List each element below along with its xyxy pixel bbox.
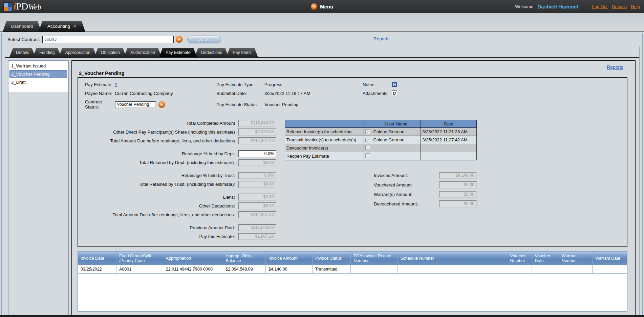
amount-label-retainage-held-by-dept: Retainage % held by Dept:: [182, 151, 235, 156]
invoice-col-voucher-date: Voucher Date: [532, 252, 559, 265]
subtab-funding[interactable]: Funding: [33, 48, 61, 57]
reports-link-top[interactable]: Reports: [373, 36, 389, 41]
amount-field-other-direct-pay-partici: $2,332.80: [238, 128, 276, 136]
contract-input[interactable]: [42, 36, 174, 43]
tab-accounting[interactable]: Accounting ✕: [39, 21, 85, 32]
amount-field-retainage-held-by-dept[interactable]: 0.0%: [238, 150, 276, 157]
tab-dashboard-label[interactable]: Dashboard: [11, 24, 33, 29]
workspace-tabstrip: Dashboard Accounting ✕: [0, 13, 644, 32]
status-header-checkbox: [364, 120, 372, 128]
subtab-obligation[interactable]: Obligation: [94, 48, 126, 57]
amount-label-retainage-held-by-trus: Retainage % held by Trust:: [181, 173, 235, 178]
menu-button[interactable]: Menu: [311, 0, 333, 13]
status-date: [421, 144, 477, 152]
invoice-cell: [559, 265, 592, 273]
status-checkbox[interactable]: [365, 145, 370, 150]
subtab-pay-items[interactable]: Pay Items: [226, 48, 258, 57]
invoice-col-warrant-number: Warrant Number: [559, 252, 592, 265]
invoice-cell: [592, 265, 627, 273]
amount-field-previous-amount-paid: $112,500.00: [238, 224, 276, 231]
pay-estimate-type-value: Progress: [264, 82, 363, 87]
subtab-authorization[interactable]: Authorization: [124, 48, 162, 57]
amount-row: Other Direct Pay Participant(s) Share (i…: [81, 128, 276, 136]
contract-status-dropdown-icon[interactable]: [158, 101, 165, 108]
logo-i: i: [14, 2, 16, 11]
sidebar-item-2-voucher-pending[interactable]: 2_Voucher Pending: [9, 70, 67, 78]
invoice-cell: [532, 265, 559, 273]
notes-icon[interactable]: N: [392, 82, 397, 87]
attachments-label: Attachments:: [363, 91, 392, 96]
invoice-col-invoice-status: Invoice Status: [312, 252, 351, 265]
invoice-row: 03/25/2022A000122 011 49442 7900 0000$2,…: [78, 265, 627, 273]
amounts-area: Total Completed Amount$116,640.00Other D…: [81, 120, 622, 242]
invoice-header-row: Invoice DateFund Group/Split /Priority C…: [78, 252, 627, 265]
status-date: 3/25/2022 11:27:42 AM: [421, 136, 477, 144]
close-tab-icon[interactable]: ✕: [73, 24, 77, 29]
menu-label[interactable]: Menu: [320, 4, 333, 9]
contract-dropdown-icon[interactable]: [176, 36, 183, 43]
amount-label-vouchered-amount: Vouchered Amount:: [374, 182, 439, 187]
invoice-col-invoice-amount: Invoice Amount: [266, 252, 313, 265]
invoice-col-appropriation: Appropriation: [163, 252, 223, 265]
status-table-body: Release Invoice(s) for scheduling✓Colene…: [285, 128, 477, 160]
invoice-col-voucher-number: Voucher Number: [507, 252, 532, 265]
pay-estimate-fields-box: Pay Estimate: 2 Pay Estimate Type: Progr…: [78, 77, 627, 247]
options-link[interactable]: Options: [611, 4, 627, 9]
status-action-reopen-pay-estimate: Reopen Pay Estimate: [285, 152, 364, 160]
amount-row: Vouchered Amount:$0.00: [285, 181, 477, 189]
invoice-table: Invoice DateFund Group/Split /Priority C…: [78, 252, 627, 274]
tab-dashboard[interactable]: Dashboard: [3, 21, 41, 32]
amount-row: Other Deductions:$0.00: [81, 202, 276, 210]
amount-row: Retainage % held by Trust:0.0%: [81, 172, 276, 179]
pay-estimate-label: Pay Estimate:: [85, 82, 115, 87]
amount-label-other-direct-pay-partici: Other Direct Pay Participant(s) Share (i…: [113, 130, 235, 135]
attachments-icon[interactable]: D: [392, 91, 397, 96]
amount-label-warrant-s-amount: Warrant(s) Amount:: [374, 192, 439, 197]
accounting-panel: DetailsFundingAppropriationObligationAut…: [5, 46, 639, 317]
pay-estimate-sidebar: 1_Warrant Issued2_Voucher Pending3_Draft: [8, 60, 68, 317]
status-header-blank: [285, 120, 364, 128]
tab-accounting-label[interactable]: Accounting: [47, 24, 70, 29]
contract-status-input[interactable]: [115, 101, 156, 108]
amount-field-warrant-s-amount: $0.00: [439, 191, 477, 198]
app-logo-text: iPDWeb: [14, 2, 41, 11]
sidebar-item-1-warrant-issued[interactable]: 1_Warrant Issued: [9, 62, 67, 70]
status-checkbox[interactable]: ✓: [365, 138, 370, 142]
status-checkbox[interactable]: [365, 153, 370, 158]
top-bar: iPDWeb Menu Welcome Dashiell Hammet Log …: [0, 0, 644, 13]
contract-bar: Select Contract: Save Reports: [2, 33, 642, 45]
page-panel: Select Contract: Save Reports DetailsFun…: [1, 33, 643, 317]
subtab-deductions[interactable]: Deductions: [195, 48, 229, 57]
page-title: 2_Voucher Pending: [79, 71, 627, 76]
amount-field-total-retained-by-dept: $0.00: [238, 159, 276, 166]
sidebar-item-3-draft[interactable]: 3_Draft: [9, 78, 67, 86]
logo-pd: PD: [16, 2, 28, 11]
amount-field-total-amount-due-after-r: $114,307.20: [238, 211, 276, 218]
invoice-cell: Transmitted: [312, 265, 351, 273]
status-row: Devoucher Invoice(s): [285, 144, 477, 152]
status-table: User Name Date Release Invoice(s) for sc…: [285, 120, 477, 160]
status-checkbox[interactable]: ✓: [365, 130, 370, 134]
amount-field-total-retained-by-trust: $0.00: [238, 181, 276, 188]
invoice-col-warrant-date: Warrant Date: [592, 252, 627, 265]
amount-label-other-deductions: Other Deductions:: [199, 203, 235, 209]
menu-chevron-icon[interactable]: [311, 3, 317, 10]
subtab-appropriation[interactable]: Appropriation: [59, 48, 96, 57]
amount-field-liens: $0.00: [238, 194, 276, 201]
status-action-devoucher-invoice-s: Devoucher Invoice(s): [285, 144, 364, 152]
status-action-release-invoice-s-for-scheduling: Release Invoice(s) for scheduling: [285, 128, 364, 136]
amount-row: Total Amount Due after retainage, liens,…: [81, 211, 276, 218]
payee-name-value: Curran Contracting Company: [115, 91, 216, 96]
subtab-details[interactable]: Details: [9, 48, 35, 57]
status-row: Reopen Pay Estimate: [285, 152, 477, 160]
log-out-link[interactable]: Log Out: [592, 4, 607, 9]
help-link[interactable]: Help: [631, 4, 640, 9]
save-button[interactable]: Save: [187, 36, 221, 43]
invoice-cell: 03/25/2022: [78, 265, 116, 273]
subtab-pay-estimate[interactable]: Pay Estimate: [159, 48, 197, 57]
status-header-user: User Name: [372, 120, 421, 128]
invoice-table-body: 03/25/2022A000122 011 49442 7900 0000$2,…: [78, 265, 627, 273]
pay-estimate-number-link[interactable]: 2: [115, 82, 216, 87]
status-header-date: Date: [421, 120, 477, 128]
reports-link-inner[interactable]: Reports: [607, 64, 623, 70]
